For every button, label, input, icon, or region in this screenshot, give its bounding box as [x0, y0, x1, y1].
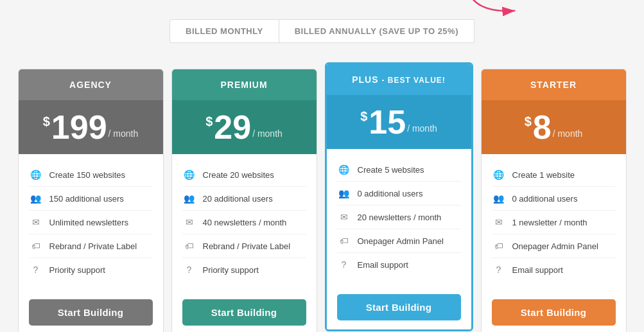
plan-name: PLUS - best value! [335, 74, 464, 85]
plan-cta-button[interactable]: Start Building [337, 294, 461, 320]
feature-text: Email support [358, 260, 408, 270]
feature-text: 0 additional users [512, 194, 578, 204]
feature-icon-tag: 🏷 [29, 239, 43, 253]
price-dollar: $ [205, 114, 213, 129]
feature-text: Email support [512, 265, 563, 275]
feature-item: ? Email support [337, 253, 461, 276]
price-dollar: $ [525, 114, 532, 129]
feature-text: Priority support [203, 265, 259, 275]
plan-price: $ 8 / month [489, 110, 618, 144]
feature-item: 🏷 Onepager Admin Panel [492, 234, 616, 258]
feature-item: ✉ Unlimited newsletters [29, 211, 153, 234]
feature-text: Unlimited newsletters [49, 218, 129, 227]
feature-text: Onepager Admin Panel [358, 236, 444, 246]
plan-header: AGENCY [19, 69, 163, 100]
feature-item: ? Priority support [29, 258, 153, 281]
price-amount: 29 [214, 110, 251, 144]
plan-price-section: $ 29 / month [172, 100, 317, 154]
price-dollar: $ [43, 114, 50, 129]
plan-btn-wrapper: Start Building [482, 290, 626, 332]
plan-price: $ 15 / month [335, 105, 464, 139]
feature-item: ? Priority support [182, 258, 306, 281]
feature-item: ? Email support [492, 258, 616, 281]
price-period: / month [109, 128, 139, 139]
plan-card-plus: PLUS - best value! $ 15 / month 🌐 Create… [325, 62, 473, 331]
feature-item: ✉ 1 newsletter / month [492, 211, 616, 234]
feature-icon-question: ? [337, 258, 351, 272]
plan-price-section: $ 8 / month [482, 100, 626, 154]
price-dollar: $ [360, 109, 367, 124]
feature-icon-users: 👥 [182, 191, 196, 205]
feature-text: Create 5 websites [358, 165, 424, 175]
plan-card-starter: STARTER $ 8 / month 🌐 Create 1 website 👥… [481, 69, 627, 332]
feature-text: Rebrand / Private Label [49, 241, 137, 251]
plan-cta-button[interactable]: Start Building [29, 299, 153, 326]
plan-name: STARTER [489, 80, 618, 90]
billing-monthly-tab[interactable]: BILLED MONTHLY [170, 19, 279, 43]
feature-item: 🌐 Create 150 websites [29, 163, 153, 187]
feature-text: Create 1 website [512, 170, 575, 180]
feature-icon-tag: 🏷 [337, 234, 351, 248]
feature-text: 150 additional users [49, 194, 124, 204]
feature-icon-question: ? [29, 263, 43, 277]
plan-name: AGENCY [26, 80, 155, 90]
feature-text: Rebrand / Private Label [203, 241, 291, 251]
feature-item: 🏷 Rebrand / Private Label [29, 234, 153, 258]
feature-item: 👥 150 additional users [29, 187, 153, 211]
feature-text: Create 150 websites [49, 170, 126, 180]
feature-icon-globe: 🌐 [337, 162, 351, 177]
feature-text: Create 20 websites [203, 170, 274, 180]
feature-icon-mail: ✉ [182, 215, 196, 229]
plan-btn-wrapper: Start Building [172, 290, 317, 332]
price-amount: 15 [369, 105, 406, 139]
plan-price-section: $ 15 / month [327, 95, 471, 149]
feature-icon-users: 👥 [337, 186, 351, 200]
plan-features: 🌐 Create 150 websites 👥 150 additional u… [19, 154, 163, 290]
feature-icon-question: ? [182, 263, 196, 277]
price-period: / month [407, 123, 437, 134]
price-period: / month [252, 128, 283, 139]
feature-icon-globe: 🌐 [492, 168, 506, 182]
feature-text: 40 newsletters / month [203, 218, 287, 227]
feature-icon-mail: ✉ [337, 210, 351, 224]
price-period: / month [553, 128, 583, 139]
feature-icon-globe: 🌐 [29, 168, 43, 182]
price-amount: 199 [51, 110, 107, 144]
plan-badge: - best value! [381, 76, 445, 85]
feature-item: 🏷 Rebrand / Private Label [182, 234, 306, 258]
feature-text: 0 additional users [358, 189, 423, 198]
plan-price: $ 199 / month [26, 110, 155, 144]
plan-header: STARTER [482, 69, 626, 100]
plan-features: 🌐 Create 5 websites 👥 0 additional users… [327, 149, 471, 285]
feature-text: Onepager Admin Panel [512, 241, 598, 251]
feature-item: 👥 0 additional users [492, 187, 616, 211]
plan-price: $ 29 / month [180, 110, 309, 144]
plan-name: PREMIUM [180, 80, 309, 90]
feature-item: 🌐 Create 1 website [492, 163, 616, 187]
plan-features: 🌐 Create 1 website 👥 0 additional users … [482, 154, 626, 290]
feature-text: 20 additional users [203, 194, 273, 204]
plan-cta-button[interactable]: Start Building [182, 299, 306, 326]
plan-card-premium: PREMIUM $ 29 / month 🌐 Create 20 website… [171, 69, 317, 332]
feature-icon-mail: ✉ [29, 215, 43, 229]
feature-item: 🌐 Create 5 websites [337, 158, 461, 182]
plan-header: PLUS - best value! [327, 64, 471, 95]
plans-container: AGENCY $ 199 / month 🌐 Create 150 websit… [14, 69, 631, 332]
feature-icon-globe: 🌐 [182, 168, 196, 182]
feature-item: 🏷 Onepager Admin Panel [337, 229, 461, 253]
feature-icon-question: ? [492, 263, 506, 277]
plan-cta-button[interactable]: Start Building [492, 299, 616, 326]
plan-card-agency: AGENCY $ 199 / month 🌐 Create 150 websit… [18, 69, 164, 332]
feature-item: ✉ 40 newsletters / month [182, 211, 306, 234]
billing-annually-tab[interactable]: BILLED ANNUALLY (SAVE UP TO 25%) [279, 19, 474, 43]
feature-icon-users: 👥 [492, 191, 506, 205]
arrow-annotation [462, 0, 526, 19]
plan-header: PREMIUM [172, 69, 317, 100]
plan-features: 🌐 Create 20 websites 👥 20 additional use… [172, 154, 317, 290]
feature-text: Priority support [49, 265, 105, 275]
plan-btn-wrapper: Start Building [327, 285, 471, 329]
feature-icon-users: 👥 [29, 191, 43, 205]
feature-text: 1 newsletter / month [512, 218, 587, 227]
feature-item: ✉ 20 newsletters / month [337, 205, 461, 229]
feature-item: 👥 20 additional users [182, 187, 306, 211]
